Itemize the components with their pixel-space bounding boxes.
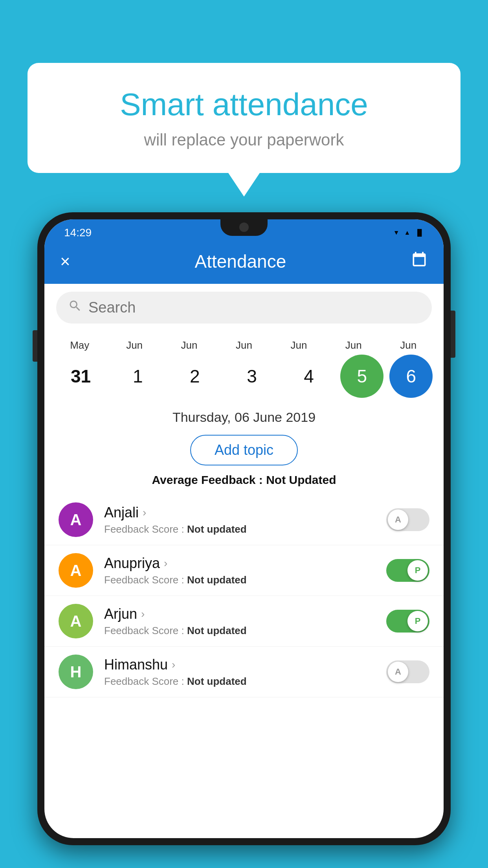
speech-bubble-section: Smart attendance will replace your paper… [28,63,460,197]
calendar-icon[interactable] [411,251,428,272]
toggle-knob-arjun: P [407,611,428,631]
add-topic-button[interactable]: Add topic [190,435,298,465]
search-input[interactable] [88,299,420,316]
avg-feedback-value: Not Updated [266,473,336,486]
phone-frame: 14:29 ▼ ▲ ▐▌ × Attendance [37,212,451,845]
calendar-dates: 31 1 2 3 4 5 6 [52,355,436,398]
phone-screen: 14:29 ▼ ▲ ▐▌ × Attendance [44,219,444,838]
toggle-knob-anjali: A [388,509,408,530]
cal-date-6-today[interactable]: 6 [389,355,433,398]
status-time: 14:29 [64,226,92,239]
phone-side-button-left [33,330,37,362]
chevron-icon-arjun: › [141,608,145,620]
phone-container: 14:29 ▼ ▲ ▐▌ × Attendance [37,212,451,868]
phone-side-button-right [451,311,455,358]
avg-feedback-label: Average Feedback : [152,473,262,486]
student-name-himanshu: Himanshu › [104,657,386,673]
toggle-knob-himanshu: A [388,662,408,682]
attendance-toggle-himanshu[interactable]: A [386,660,429,683]
phone-camera [239,223,249,232]
cal-month-1[interactable]: Jun [109,339,160,351]
student-avatar-anjali: A [59,502,93,537]
cal-month-3[interactable]: Jun [218,339,270,351]
wifi-icon: ▼ [393,229,400,236]
cal-date-4[interactable]: 4 [283,366,334,387]
toggle-container-arjun: P [386,610,429,633]
cal-date-2[interactable]: 2 [169,366,220,387]
cal-date-3[interactable]: 3 [226,366,277,387]
student-item-anupriya[interactable]: A Anupriya › Feedback Score : Not update… [44,545,444,596]
student-item-himanshu[interactable]: H Himanshu › Feedback Score : Not update… [44,647,444,697]
speech-bubble-title: Smart attendance [59,86,429,123]
chevron-icon-anupriya: › [164,557,167,570]
student-feedback-anjali: Feedback Score : Not updated [104,523,386,535]
full-date: Thursday, 06 June 2019 [172,410,316,425]
student-avatar-arjun: A [59,604,93,638]
student-info-arjun: Arjun › Feedback Score : Not updated [104,606,386,637]
battery-icon: ▐▌ [415,229,424,236]
app-header: × Attendance [44,243,444,284]
search-icon [68,299,82,316]
status-icons: ▼ ▲ ▐▌ [393,229,424,236]
student-feedback-arjun: Feedback Score : Not updated [104,625,386,637]
student-info-anupriya: Anupriya › Feedback Score : Not updated [104,555,386,586]
attendance-toggle-anjali[interactable]: A [386,508,429,531]
student-list: A Anjali › Feedback Score : Not updated … [44,495,444,838]
date-info: Thursday, 06 June 2019 [44,402,444,431]
cal-month-0[interactable]: May [54,339,105,351]
student-item-arjun[interactable]: A Arjun › Feedback Score : Not updated P [44,596,444,647]
toggle-knob-anupriya: P [407,560,428,581]
toggle-container-anjali: A [386,508,429,531]
student-avatar-himanshu: H [59,655,93,689]
cal-date-1[interactable]: 1 [112,366,163,387]
attendance-toggle-arjun[interactable]: P [386,610,429,633]
chevron-icon-anjali: › [143,506,146,519]
cal-date-31[interactable]: 31 [55,366,106,387]
cal-month-2[interactable]: Jun [164,339,215,351]
cal-date-5-selected[interactable]: 5 [340,355,383,398]
avg-feedback: Average Feedback : Not Updated [44,469,444,495]
signal-icon: ▲ [404,229,410,236]
cal-month-5[interactable]: Jun [328,339,379,351]
student-info-anjali: Anjali › Feedback Score : Not updated [104,504,386,535]
toggle-container-anupriya: P [386,559,429,582]
chevron-icon-himanshu: › [172,658,175,671]
attendance-toggle-anupriya[interactable]: P [386,559,429,582]
speech-bubble-tail [228,173,260,197]
student-item-anjali[interactable]: A Anjali › Feedback Score : Not updated … [44,495,444,545]
student-feedback-himanshu: Feedback Score : Not updated [104,675,386,688]
toggle-container-himanshu: A [386,660,429,683]
speech-bubble-subtitle: will replace your paperwork [59,131,429,149]
search-bar[interactable] [56,292,432,324]
student-avatar-anupriya: A [59,553,93,588]
cal-month-4[interactable]: Jun [273,339,324,351]
calendar-container: May Jun Jun Jun Jun Jun Jun 31 1 2 3 4 5… [44,331,444,402]
calendar-months: May Jun Jun Jun Jun Jun Jun [52,339,436,351]
student-name-anupriya: Anupriya › [104,555,386,572]
cal-month-6[interactable]: Jun [383,339,434,351]
speech-bubble: Smart attendance will replace your paper… [28,63,460,173]
student-feedback-anupriya: Feedback Score : Not updated [104,574,386,586]
student-info-himanshu: Himanshu › Feedback Score : Not updated [104,657,386,688]
student-name-anjali: Anjali › [104,504,386,521]
close-button[interactable]: × [60,252,70,271]
header-title: Attendance [194,251,286,272]
student-name-arjun: Arjun › [104,606,386,622]
